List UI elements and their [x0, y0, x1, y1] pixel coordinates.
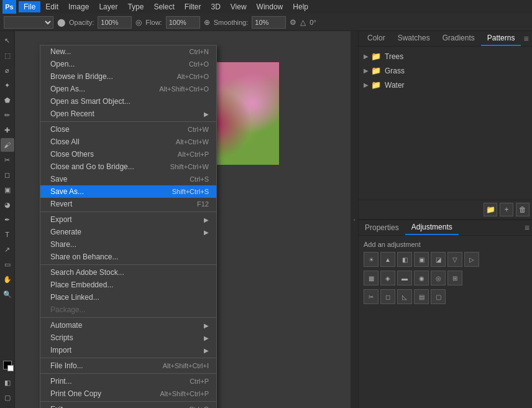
menu-open[interactable]: Open... Ctrl+O [40, 58, 216, 70]
adj-invert[interactable]: ◎ [431, 271, 446, 285]
menu-import[interactable]: Import ▶ [40, 344, 216, 356]
tool-gradient[interactable]: ▣ [1, 183, 14, 197]
menu-automate[interactable]: Automate ▶ [40, 319, 216, 332]
adj-brightness[interactable]: ☀ [364, 252, 378, 267]
tool-path-select[interactable]: ↗ [1, 243, 14, 256]
menu-type[interactable]: Type [122, 1, 149, 12]
tab-gradients[interactable]: Gradients [436, 31, 481, 46]
tool-hand[interactable]: ✋ [1, 272, 14, 286]
adj-photo-filter[interactable]: ◈ [380, 271, 395, 285]
menu-view[interactable]: View [226, 1, 252, 12]
tool-crop[interactable]: ⬟ [1, 93, 14, 107]
menu-revert[interactable]: Revert F12 [40, 198, 216, 210]
foreground-bg-color[interactable] [1, 358, 14, 372]
menu-print[interactable]: Print... Ctrl+P [40, 375, 216, 387]
menu-window[interactable]: Window [252, 1, 288, 12]
tool-magic-wand[interactable]: ✦ [1, 78, 14, 92]
menu-print-one-copy[interactable]: Print One Copy Alt+Shift+Ctrl+P [40, 387, 216, 400]
menu-exit[interactable]: Exit Ctrl+Q [40, 403, 216, 408]
pattern-group-grass[interactable]: ▶ 📁 Grass [359, 63, 532, 78]
adj-curves[interactable]: ◧ [397, 252, 412, 267]
menu-close-all[interactable]: Close All Alt+Ctrl+W [40, 136, 216, 148]
adj-vibrance[interactable]: ◪ [431, 252, 446, 267]
menu-filter[interactable]: Filter [180, 1, 206, 12]
tool-clone[interactable]: ✂ [1, 153, 14, 167]
menu-search-stock[interactable]: Search Adobe Stock... [40, 266, 216, 279]
adj-panel-menu-icon[interactable]: ≡ [522, 223, 532, 233]
menu-layer[interactable]: Layer [94, 1, 122, 12]
right-panel: Color Swatches Gradients Patterns ≡ ▶ 📁 … [358, 31, 532, 408]
adj-channel-mixer[interactable]: ▬ [397, 271, 412, 285]
smoothing-input[interactable] [252, 16, 286, 29]
tab-patterns[interactable]: Patterns [481, 31, 521, 46]
menu-export[interactable]: Export ▶ [40, 213, 216, 226]
adj-solid-color[interactable]: ▢ [431, 289, 446, 304]
tool-move[interactable]: ↖ [1, 34, 14, 47]
adj-threshold[interactable]: ✂ [364, 289, 378, 304]
pattern-group-water[interactable]: ▶ 📁 Water [359, 78, 532, 92]
menu-open-as[interactable]: Open As... Alt+Shift+Ctrl+O [40, 83, 216, 95]
new-pattern-btn[interactable]: + [500, 203, 513, 216]
grass-folder-icon: 📁 [371, 66, 381, 75]
adj-bw[interactable]: ▦ [364, 271, 378, 285]
menu-help[interactable]: Help [288, 1, 313, 12]
menu-browse-bridge[interactable]: Browse in Bridge... Alt+Ctrl+O [40, 70, 216, 83]
pattern-group-trees[interactable]: ▶ 📁 Trees [359, 49, 532, 63]
settings-icon[interactable]: ⚙ [290, 18, 296, 27]
tool-eraser[interactable]: ◻ [1, 168, 14, 182]
tool-shape[interactable]: ▭ [1, 257, 14, 271]
tool-eyedropper[interactable]: ✏ [1, 108, 14, 122]
tab-properties[interactable]: Properties [359, 221, 405, 234]
adj-color-lookup[interactable]: ◉ [414, 271, 429, 285]
screen-mode[interactable]: ▢ [1, 391, 14, 404]
menu-save-as[interactable]: Save As... Shift+Ctrl+S [40, 185, 216, 198]
menu-close-others[interactable]: Close Others Alt+Ctrl+P [40, 148, 216, 160]
quick-mask[interactable]: ◧ [1, 376, 14, 389]
tool-lasso[interactable]: ⌀ [1, 63, 14, 77]
tool-pen[interactable]: ✒ [1, 213, 14, 226]
menu-open-smart[interactable]: Open as Smart Object... [40, 95, 216, 108]
menu-open-recent[interactable]: Open Recent ▶ [40, 108, 216, 120]
menu-close[interactable]: Close Ctrl+W [40, 123, 216, 136]
menu-edit[interactable]: Edit [40, 1, 63, 12]
new-folder-btn[interactable]: 📁 [484, 203, 497, 216]
brush-preset-select[interactable] [4, 16, 53, 29]
menu-file[interactable]: File [19, 1, 40, 12]
menu-place-embedded[interactable]: Place Embedded... [40, 279, 216, 291]
opacity-input[interactable] [98, 16, 132, 29]
menu-close-go-bridge[interactable]: Close and Go to Bridge... Shift+Ctrl+W [40, 160, 216, 173]
tab-adjustments[interactable]: Adjustments [405, 220, 459, 235]
tab-swatches[interactable]: Swatches [392, 31, 436, 46]
menu-share[interactable]: Share... [40, 238, 216, 251]
tool-text[interactable]: T [1, 228, 14, 241]
adj-shadows[interactable]: ▤ [414, 289, 429, 304]
adj-color-balance[interactable]: ▷ [464, 252, 479, 267]
tool-brush[interactable]: 🖌 [1, 138, 14, 152]
menu-image[interactable]: Image [63, 1, 94, 12]
tool-zoom[interactable]: 🔍 [1, 287, 14, 301]
menu-save[interactable]: Save Ctrl+S [40, 173, 216, 185]
water-folder-icon: 📁 [371, 80, 381, 90]
left-panel-collapse[interactable]: ‹ [351, 31, 358, 408]
menu-place-linked[interactable]: Place Linked... [40, 291, 216, 304]
tool-select[interactable]: ⬚ [1, 49, 14, 62]
tab-color[interactable]: Color [361, 31, 392, 46]
adj-hue[interactable]: ▽ [447, 252, 462, 267]
adj-gradient-map[interactable]: ◻ [380, 289, 395, 304]
menu-scripts[interactable]: Scripts ▶ [40, 332, 216, 344]
menu-3d[interactable]: 3D [206, 1, 225, 12]
menu-file-info[interactable]: File Info... Alt+Shift+Ctrl+I [40, 359, 216, 372]
adj-exposure[interactable]: ▣ [414, 252, 429, 267]
adj-posterize[interactable]: ⊞ [447, 271, 462, 285]
menu-new[interactable]: New... Ctrl+N [40, 45, 216, 58]
flow-input[interactable] [166, 16, 200, 29]
panel-menu-icon[interactable]: ≡ [521, 34, 531, 44]
menu-select[interactable]: Select [149, 1, 179, 12]
menu-share-behance[interactable]: Share on Behance... [40, 251, 216, 263]
delete-pattern-btn[interactable]: 🗑 [516, 203, 530, 216]
menu-generate[interactable]: Generate ▶ [40, 226, 216, 238]
tool-healing[interactable]: ✚ [1, 123, 14, 137]
adj-levels[interactable]: ▲ [380, 252, 395, 267]
adj-selective-color[interactable]: ◺ [397, 289, 412, 304]
tool-dodge[interactable]: ◕ [1, 198, 14, 211]
